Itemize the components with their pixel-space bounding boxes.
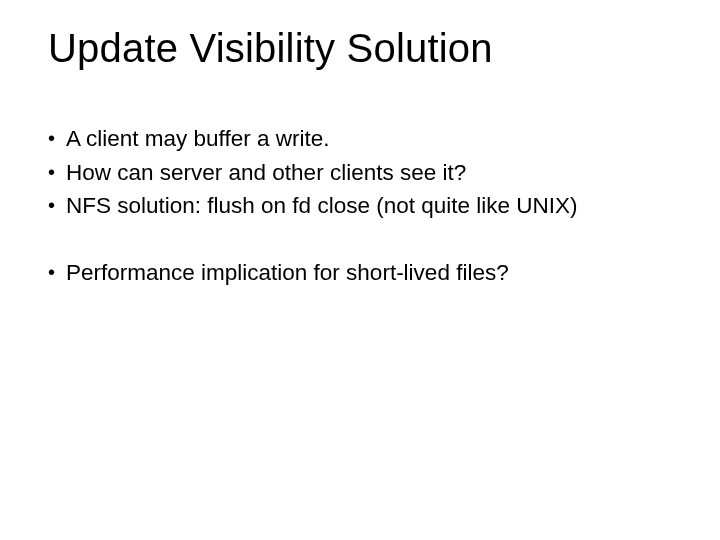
bullet-text: A client may buffer a write. (66, 123, 672, 156)
bullet-text: Performance implication for short-lived … (66, 257, 672, 290)
slide-content: • A client may buffer a write. • How can… (48, 123, 672, 290)
bullet-item: • NFS solution: flush on fd close (not q… (48, 190, 672, 223)
bullet-marker-icon: • (48, 123, 66, 154)
bullet-item: • A client may buffer a write. (48, 123, 672, 156)
bullet-text: How can server and other clients see it? (66, 157, 672, 190)
bullet-marker-icon: • (48, 157, 66, 188)
bullet-item: • Performance implication for short-live… (48, 257, 672, 290)
bullet-marker-icon: • (48, 190, 66, 221)
bullet-text: NFS solution: flush on fd close (not qui… (66, 190, 672, 223)
slide-container: Update Visibility Solution • A client ma… (0, 0, 720, 540)
bullet-item: • How can server and other clients see i… (48, 157, 672, 190)
bullet-group: • A client may buffer a write. • How can… (48, 123, 672, 223)
bullet-group: • Performance implication for short-live… (48, 257, 672, 290)
slide-title: Update Visibility Solution (48, 26, 672, 71)
bullet-marker-icon: • (48, 257, 66, 288)
